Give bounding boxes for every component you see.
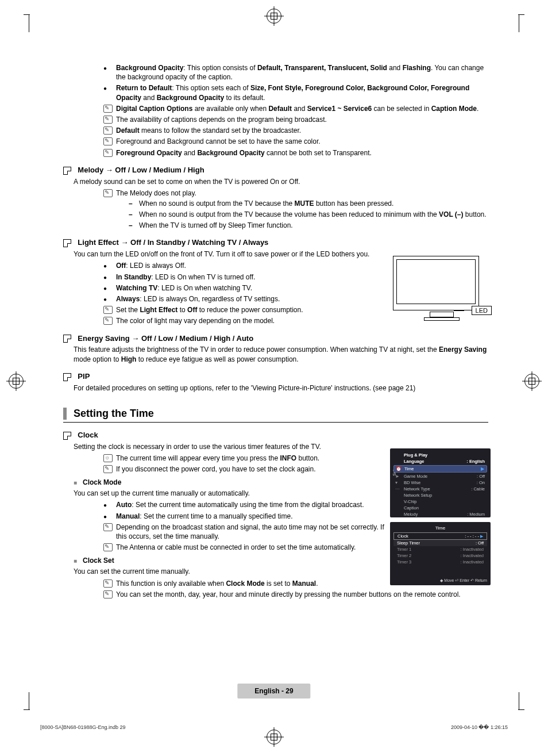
list-item: Manual: Set the current time to a manual… bbox=[103, 512, 391, 521]
list-item: Digital Caption Options are available on… bbox=[103, 104, 488, 113]
section-marker-icon bbox=[63, 432, 71, 440]
osd-footer-hints: ◆ Move ⏎ Enter ↶ Return bbox=[440, 578, 487, 583]
list-item: Depending on the broadcast station and s… bbox=[103, 523, 391, 541]
list-item: When no sound is output from the TV beca… bbox=[129, 199, 488, 208]
section-energy-saving: Energy Saving → Off / Low / Medium / Hig… bbox=[63, 334, 488, 343]
page-number-footer: English - 29 bbox=[237, 684, 310, 699]
section-title: Light Effect → Off / In Standby / Watchi… bbox=[78, 238, 268, 247]
osd-row: Network Setup bbox=[393, 492, 487, 498]
tv-frame-icon bbox=[393, 256, 479, 310]
section-title: Melody → Off / Low / Medium / High bbox=[78, 166, 204, 174]
tv-screen-icon bbox=[396, 259, 476, 304]
list-item: Return to Default: This option sets each… bbox=[103, 83, 488, 102]
registration-mark-icon bbox=[267, 730, 281, 745]
section-marker-icon bbox=[63, 167, 71, 175]
section-title: PIP bbox=[78, 372, 90, 381]
section-body: You can turn the LED on/off on the front… bbox=[74, 250, 372, 259]
list-item: The availability of captions depends on … bbox=[103, 115, 488, 124]
section-marker-icon bbox=[63, 373, 71, 381]
osd-row: V-Chip bbox=[393, 498, 487, 505]
osd-row: Timer 1: Inactivated bbox=[393, 546, 487, 552]
section-body: For detailed procedures on setting up op… bbox=[74, 383, 488, 393]
crop-mark bbox=[518, 14, 519, 32]
osd-title: Time bbox=[393, 525, 487, 531]
led-callout-label: LED bbox=[472, 306, 492, 315]
osd-row: MelodyMedium bbox=[393, 511, 487, 517]
tv-base-icon bbox=[424, 317, 460, 321]
callout-line bbox=[454, 310, 464, 311]
imprint-right: 2009-04-10 �� 1:26:15 bbox=[451, 724, 508, 730]
imprint-line: [8000-SA]BN68-01988G-Eng.indb 29 2009-04… bbox=[40, 724, 508, 730]
osd-row: Caption bbox=[393, 505, 487, 511]
crop-mark bbox=[29, 14, 30, 32]
list-item: Auto: Set the current time automatically… bbox=[103, 500, 391, 509]
heading-rule bbox=[63, 422, 488, 423]
section-body: This feature adjusts the brightness of t… bbox=[74, 345, 488, 363]
section-title: Clock bbox=[78, 431, 98, 439]
section-title: Energy Saving → Off / Low / Medium / Hig… bbox=[78, 334, 253, 343]
list-item: Background Opacity: This option consists… bbox=[103, 63, 488, 82]
list-item: Foreground and Background cannot be set … bbox=[103, 137, 488, 146]
registration-mark-icon bbox=[9, 374, 24, 389]
section-marker-icon bbox=[63, 335, 71, 343]
tv-stand-icon bbox=[430, 312, 454, 317]
section-pip: PIP bbox=[63, 372, 488, 381]
melody-sublist: When no sound is output from the TV beca… bbox=[129, 199, 488, 231]
crop-mark bbox=[518, 692, 519, 710]
osd-setup-menu: Setup Plug & PlayLanguageEnglish⏰Time▶►G… bbox=[390, 448, 491, 517]
section-body: A melody sound can be set to come on whe… bbox=[74, 177, 488, 186]
tv-led-figure: LED bbox=[393, 256, 491, 328]
osd-row: Clock: - - : - - ▶ bbox=[393, 532, 487, 540]
osd-row: Timer 3: Inactivated bbox=[393, 559, 487, 565]
section-light-effect: Light Effect → Off / In Standby / Watchi… bbox=[63, 238, 488, 247]
section-melody: Melody → Off / Low / Medium / High bbox=[63, 166, 488, 175]
registration-mark-icon bbox=[524, 374, 539, 389]
osd-row: ⏰Time▶ bbox=[393, 465, 487, 473]
melody-notes: The Melody does not play. When no sound … bbox=[80, 189, 488, 231]
osd-time-menu: Time Clock: - - : - - ▶Sleep Timer: OffT… bbox=[390, 522, 491, 585]
major-heading: Setting the Time bbox=[63, 408, 488, 420]
osd-row: Sleep Timer: Off bbox=[393, 540, 487, 546]
section-marker-icon bbox=[63, 239, 71, 247]
caption-options-list: Background Opacity: This option consists… bbox=[80, 63, 488, 158]
osd-row: Plug & Play bbox=[393, 452, 487, 458]
osd-row: ▾BD WiseOn bbox=[393, 479, 487, 486]
page-content: Background Opacity: This option consists… bbox=[63, 63, 488, 599]
section-clock: Clock bbox=[63, 431, 488, 440]
osd-row: ►Game ModeOff bbox=[393, 473, 487, 479]
imprint-left: [8000-SA]BN68-01988G-Eng.indb 29 bbox=[40, 724, 126, 730]
list-item: Foreground Opacity and Background Opacit… bbox=[103, 148, 488, 158]
note-text: The Melody does not play. bbox=[116, 189, 196, 197]
list-item: You can set the month, day, year, hour a… bbox=[103, 590, 488, 599]
list-item: Default means to follow the standard set… bbox=[103, 126, 488, 135]
registration-mark-icon bbox=[267, 9, 281, 24]
crop-mark bbox=[29, 692, 30, 710]
list-item: The Antenna or cable must be connected i… bbox=[103, 543, 391, 552]
osd-row: LanguageEnglish bbox=[393, 458, 487, 465]
list-item: When the TV is turned off by Sleep Timer… bbox=[129, 221, 488, 230]
clock-mode-list: Auto: Set the current time automatically… bbox=[80, 500, 391, 552]
osd-row: Timer 2: Inactivated bbox=[393, 552, 487, 559]
list-item: When no sound is output from the TV beca… bbox=[129, 210, 488, 219]
osd-row: ⋯Network TypeCable bbox=[393, 486, 487, 492]
